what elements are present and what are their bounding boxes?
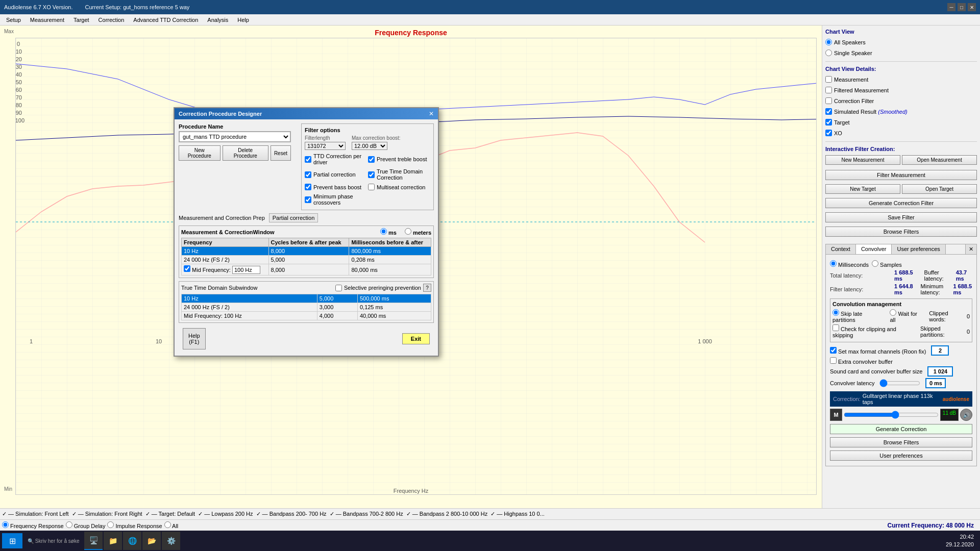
table-row[interactable]: 24 000 Hz (FS / 2) 5,000 0,208 ms bbox=[182, 256, 431, 264]
new-procedure-button[interactable]: New Procedure bbox=[179, 145, 220, 161]
help-button[interactable]: Help (F1) bbox=[183, 328, 206, 349]
sound-card-buffer-input[interactable] bbox=[927, 366, 953, 377]
cb-partial-correction[interactable]: Partial correction bbox=[305, 168, 367, 181]
browse-filters-button[interactable]: Browse Filters bbox=[825, 227, 977, 237]
menu-target[interactable]: Target bbox=[69, 16, 93, 24]
tab-frequency-response[interactable]: Frequency Response bbox=[2, 521, 64, 529]
cb-measurement[interactable] bbox=[825, 76, 832, 83]
table-row[interactable]: 10 Hz 8,000 800,000 ms bbox=[182, 247, 431, 256]
cb-correction-filter[interactable] bbox=[825, 97, 832, 104]
procedure-name-select[interactable]: gut_mans TTD procedure bbox=[179, 131, 291, 142]
svg-text:-30: -30 bbox=[15, 64, 22, 70]
help-icon-button[interactable]: ? bbox=[423, 284, 431, 292]
meters-radio-label[interactable]: meters bbox=[405, 228, 431, 236]
cb-filtered-measurement[interactable] bbox=[825, 87, 832, 93]
single-speaker-radio[interactable] bbox=[825, 49, 832, 56]
correction-label-bar: Correction: bbox=[833, 396, 861, 402]
new-target-button[interactable]: New Target bbox=[825, 184, 900, 194]
wait-all-radio[interactable]: Wait for all bbox=[890, 309, 922, 323]
menu-analysis[interactable]: Analysis bbox=[203, 16, 232, 24]
cb-prevent-treble[interactable]: Prevent treble boost bbox=[368, 153, 430, 165]
context-panel-close[interactable]: ✕ bbox=[965, 244, 976, 254]
m-button[interactable]: M bbox=[830, 409, 842, 421]
cb-target[interactable] bbox=[825, 119, 832, 126]
convolver-latency-slider[interactable] bbox=[879, 379, 920, 387]
tab-group-delay[interactable]: Group Delay bbox=[66, 521, 106, 529]
cb-min-phase[interactable]: Minimum phase crossovers bbox=[305, 193, 367, 206]
save-filter-button[interactable]: Save Filter bbox=[825, 212, 977, 222]
menu-correction[interactable]: Correction bbox=[94, 16, 129, 24]
cb-multiseat[interactable]: Multiseat correction bbox=[368, 184, 430, 190]
menu-advanced-ttd[interactable]: Advanced TTD Correction bbox=[129, 16, 202, 24]
speaker-icon[interactable]: 🔊 bbox=[960, 409, 972, 421]
convolver-latency-value-input[interactable] bbox=[925, 378, 946, 388]
total-latency-label: Total latency: bbox=[830, 272, 891, 279]
x-axis-label: Frequency Hz bbox=[394, 488, 428, 494]
correction-window-title: Measurement & CorrectionWindow bbox=[181, 229, 275, 235]
generate-correction-filter-button[interactable]: Generate Correction Filter bbox=[825, 198, 977, 208]
reset-button[interactable]: Reset bbox=[271, 145, 291, 161]
dialog-close-button[interactable]: ✕ bbox=[429, 110, 434, 117]
maximize-button[interactable]: □ bbox=[958, 3, 966, 11]
taskbar-icon-3[interactable]: 🌐 bbox=[123, 532, 141, 550]
browse-filters-context-button[interactable]: Browse Filters bbox=[830, 437, 972, 447]
milliseconds-radio-label[interactable]: Milliseconds bbox=[830, 260, 869, 268]
max-channels-input[interactable] bbox=[931, 345, 949, 356]
volume-slider[interactable] bbox=[844, 409, 939, 421]
skip-late-radio[interactable]: Skip late partitions bbox=[832, 309, 883, 323]
taskbar-clock: 20:42 29.12.2020 bbox=[946, 533, 978, 549]
mid-freq-input[interactable] bbox=[232, 266, 260, 274]
search-bar[interactable]: 🔍 Skriv her for å søke bbox=[23, 536, 83, 546]
svg-text:-70: -70 bbox=[15, 94, 22, 101]
selective-prering-cb[interactable] bbox=[335, 285, 342, 291]
cb-ttd-per-driver[interactable]: TTD Correction per driver bbox=[305, 153, 367, 165]
taskbar-app-icon[interactable]: 🖥️ bbox=[84, 532, 103, 550]
extra-convolver-cb[interactable]: Extra convolver buffer bbox=[830, 357, 893, 365]
delete-procedure-button[interactable]: Delete Procedure bbox=[223, 145, 268, 161]
open-target-button[interactable]: Open Target bbox=[902, 184, 977, 194]
skipped-partitions-value: 0 bbox=[967, 329, 970, 335]
table-row[interactable]: 10 Hz 5,000 500,000 ms bbox=[182, 294, 431, 303]
buffer-latency-value: 43.7 ms bbox=[956, 269, 972, 282]
filterlength-select[interactable]: 131072 bbox=[305, 142, 346, 150]
tab-impulse-response[interactable]: Impulse Response bbox=[107, 521, 162, 529]
check-clipping-cb[interactable]: Check for clipping and skipping bbox=[832, 324, 913, 338]
table-row[interactable]: Mid Frequency: 100 Hz 4,000 40,000 ms bbox=[182, 312, 431, 320]
cb-prevent-bass[interactable]: Prevent bass boost bbox=[305, 184, 367, 190]
context-tab[interactable]: Context bbox=[826, 244, 856, 254]
set-max-channels-cb[interactable]: Set max format channels (Roon fix) bbox=[830, 347, 926, 355]
svg-text:-50: -50 bbox=[15, 79, 22, 85]
user-prefs-tab[interactable]: User preferences bbox=[892, 244, 945, 254]
dialog-title: Correction Procedure Designer bbox=[179, 111, 262, 117]
samples-radio-label[interactable]: Samples bbox=[872, 260, 902, 268]
svg-text:0: 0 bbox=[17, 41, 20, 47]
new-measurement-button[interactable]: New Measurement bbox=[825, 155, 900, 165]
generate-correction-button[interactable]: Generate Correction bbox=[830, 424, 972, 434]
table-row[interactable]: Mid Frequency: 8,000 80,000 ms bbox=[182, 264, 431, 276]
user-preferences-button[interactable]: User preferences bbox=[830, 450, 972, 461]
open-measurement-button[interactable]: Open Measurement bbox=[902, 155, 977, 165]
all-speakers-radio[interactable] bbox=[825, 39, 832, 45]
menu-setup[interactable]: Setup bbox=[2, 16, 25, 24]
filterlength-label: Filterlength bbox=[305, 135, 346, 141]
filter-measurement-button[interactable]: Filter Measurement bbox=[825, 170, 977, 180]
minimum-latency-value: 1 688.5 ms bbox=[953, 283, 972, 295]
taskbar-icon-5[interactable]: ⚙️ bbox=[162, 532, 180, 550]
cb-true-time-domain[interactable]: True Time Domain Correction bbox=[368, 168, 430, 181]
cb-xo[interactable] bbox=[825, 130, 832, 136]
start-button[interactable]: ⊞ bbox=[2, 533, 22, 548]
menu-help[interactable]: Help bbox=[233, 16, 253, 24]
ms-radio-label[interactable]: ms bbox=[380, 228, 397, 236]
max-boost-select[interactable]: 12.00 dB bbox=[352, 142, 387, 150]
tab-all[interactable]: All bbox=[164, 521, 179, 529]
taskbar-icon-4[interactable]: 📂 bbox=[142, 532, 161, 550]
menu-measurement[interactable]: Measurement bbox=[26, 16, 68, 24]
filter-latency-label: Filter latency: bbox=[830, 286, 891, 292]
cb-simulated-result[interactable] bbox=[825, 108, 832, 115]
close-button[interactable]: ✕ bbox=[968, 3, 976, 11]
minimize-button[interactable]: ─ bbox=[947, 3, 955, 11]
taskbar-icon-2[interactable]: 📁 bbox=[104, 532, 122, 550]
exit-button[interactable]: Exit bbox=[402, 333, 430, 344]
table-row[interactable]: 24 000 Hz (FS / 2) 3,000 0,125 ms bbox=[182, 303, 431, 312]
convolver-tab[interactable]: Convolver bbox=[856, 244, 892, 254]
